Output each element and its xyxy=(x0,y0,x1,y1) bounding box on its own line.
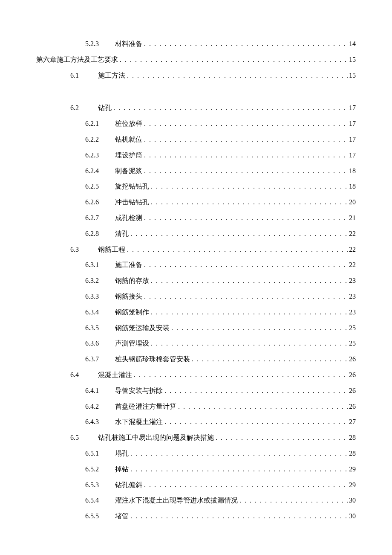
dot-leader xyxy=(129,446,349,462)
toc-number: 6.5.3 xyxy=(85,477,115,493)
toc-page-number: 22 xyxy=(349,257,356,273)
toc-title: 钢筋工程 xyxy=(98,242,125,258)
toc-entry: 6.3.1施工准备22 xyxy=(36,257,356,273)
toc-number: 6.2.7 xyxy=(85,210,115,226)
toc-entry: 6.5钻孔桩施工中易出现的问题及解决措施28 xyxy=(36,430,356,446)
toc-title: 钢筋的存放 xyxy=(115,273,149,289)
toc-title: 灌注水下混凝土出现导管进水或拔漏情况 xyxy=(115,493,238,509)
toc-number: 6.2.1 xyxy=(85,116,115,132)
toc-page-number: 27 xyxy=(349,414,356,430)
toc-page-number: 17 xyxy=(349,132,356,148)
toc-page-number: 26 xyxy=(349,367,356,383)
toc-number: 6.4.1 xyxy=(85,383,115,399)
toc-entry: 6.5.4灌注水下混凝土出现导管进水或拔漏情况30 xyxy=(36,493,356,509)
toc-title: 桩头钢筋珍珠棉套管安装 xyxy=(115,352,190,367)
toc-number: 6.3.7 xyxy=(85,352,115,367)
toc-page-number: 29 xyxy=(349,462,356,477)
toc-number: 6.3.1 xyxy=(85,257,115,273)
toc-entry: 6.3.3钢筋接头23 xyxy=(36,289,356,305)
toc-title: 钻孔桩施工中易出现的问题及解决措施 xyxy=(98,430,214,446)
toc-number: 6.4.2 xyxy=(85,399,115,415)
toc-number: 6.1 xyxy=(70,68,98,84)
toc-number: 5.2.3 xyxy=(85,36,115,52)
toc-entry: 6.2.6冲击钻钻孔20 xyxy=(36,195,356,210)
toc-entry: 6.2.5旋挖钻钻孔18 xyxy=(36,179,356,195)
toc-entry: 6.5.1塌孔28 xyxy=(36,446,356,462)
toc-entry: 6.2.4制备泥浆18 xyxy=(36,163,356,179)
toc-number: 6.2.6 xyxy=(85,195,115,210)
toc-page-number: 30 xyxy=(349,509,356,524)
toc-title: 首盘砼灌注方量计算 xyxy=(115,399,176,415)
toc-page-number: 22 xyxy=(349,242,356,258)
toc-number: 6.5.5 xyxy=(85,509,115,524)
toc-title: 塌孔 xyxy=(115,446,129,462)
dot-leader xyxy=(125,242,349,258)
toc-title: 钢筋笼运输及安装 xyxy=(115,320,170,336)
toc-number: 6.5.1 xyxy=(85,446,115,462)
dot-leader xyxy=(118,52,349,68)
toc-number: 6.3.3 xyxy=(85,289,115,305)
dot-leader xyxy=(149,336,349,352)
dot-leader xyxy=(125,68,349,84)
toc-title: 钢筋笼制作 xyxy=(115,305,149,320)
toc-page-number: 23 xyxy=(349,305,356,320)
toc-number: 6.2.3 xyxy=(85,148,115,163)
toc-title: 水下混凝土灌注 xyxy=(115,414,163,430)
toc-entry: 6.5.2掉钻29 xyxy=(36,462,356,477)
toc-page-number: 25 xyxy=(349,336,356,352)
toc-page-number: 23 xyxy=(349,289,356,305)
dot-leader xyxy=(142,148,349,163)
dot-leader xyxy=(142,132,349,148)
toc-title: 掉钻 xyxy=(115,462,129,477)
blank-spacer xyxy=(36,83,356,100)
toc-title: 施工准备 xyxy=(115,257,142,273)
toc-title: 埋设护筒 xyxy=(115,148,142,163)
toc-page-number: 29 xyxy=(349,477,356,493)
dot-leader xyxy=(163,383,349,399)
toc-entry: 6.2.7成孔检测21 xyxy=(36,210,356,226)
toc-number: 6.5 xyxy=(70,430,98,446)
toc-entry: 6.5.3钻孔偏斜29 xyxy=(36,477,356,493)
toc-page-number: 17 xyxy=(349,116,356,132)
toc-page-number: 26 xyxy=(349,399,356,415)
toc-page-number: 26 xyxy=(349,352,356,367)
dot-leader xyxy=(149,273,349,289)
dot-leader xyxy=(149,179,349,195)
toc-title: 声测管埋设 xyxy=(115,336,149,352)
toc-page-number: 17 xyxy=(349,148,356,163)
dot-leader xyxy=(163,414,349,430)
toc-entry: 6.1施工方法15 xyxy=(36,68,356,84)
toc-entry: 6.3.7桩头钢筋珍珠棉套管安装26 xyxy=(36,352,356,367)
toc-page-number: 17 xyxy=(349,100,356,116)
dot-leader xyxy=(132,367,349,383)
toc-page-number: 14 xyxy=(349,36,356,52)
toc-title: 材料准备 xyxy=(115,36,142,52)
toc-title: 钻孔偏斜 xyxy=(115,477,142,493)
toc-number: 6.3.2 xyxy=(85,273,115,289)
dot-leader xyxy=(142,163,349,179)
toc-title: 冲击钻钻孔 xyxy=(115,195,149,210)
toc-title: 钻孔 xyxy=(98,100,112,116)
toc-entry: 6.3.4钢筋笼制作23 xyxy=(36,305,356,320)
toc-title: 钻机就位 xyxy=(115,132,142,148)
dot-leader xyxy=(112,100,349,116)
toc-number: 6.2.5 xyxy=(85,179,115,195)
toc-page-number: 20 xyxy=(349,195,356,210)
toc-title: 混凝土灌注 xyxy=(98,367,132,383)
dot-leader xyxy=(149,305,349,320)
toc-number: 6.3.5 xyxy=(85,320,115,336)
toc-page-number: 30 xyxy=(349,493,356,509)
toc-number: 6.2 xyxy=(70,100,98,116)
toc-entry: 6.3.2钢筋的存放23 xyxy=(36,273,356,289)
toc-title: 制备泥浆 xyxy=(115,163,142,179)
dot-leader xyxy=(170,320,349,336)
toc-number: 6.3 xyxy=(70,242,98,258)
toc-page-number: 26 xyxy=(349,383,356,399)
toc-number: 6.2.2 xyxy=(85,132,115,148)
dot-leader xyxy=(214,430,349,446)
toc-entry: 6.2钻孔17 xyxy=(36,100,356,116)
toc-page-number: 22 xyxy=(349,226,356,242)
toc-entry: 6.4.2首盘砼灌注方量计算26 xyxy=(36,399,356,415)
toc-entry: 6.2.8清孔22 xyxy=(36,226,356,242)
toc-entry: 5.2.3材料准备14 xyxy=(36,36,356,52)
